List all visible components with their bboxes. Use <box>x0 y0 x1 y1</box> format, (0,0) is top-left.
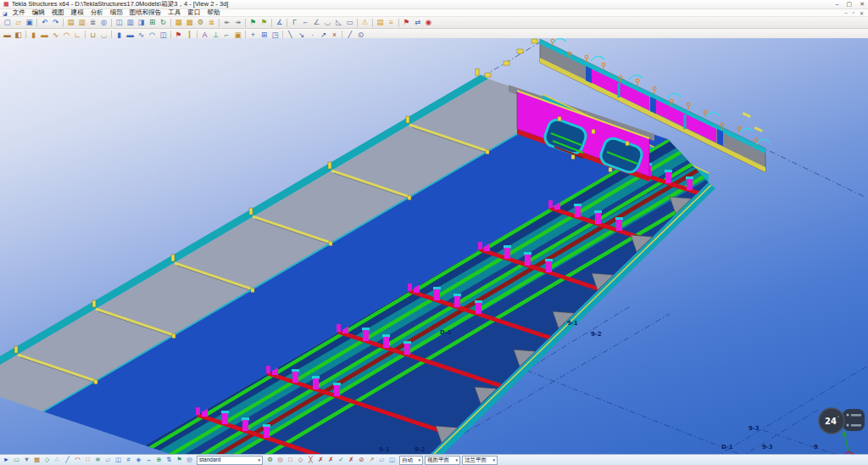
clash-check-icon[interactable]: ⚠ <box>359 18 370 27</box>
save-icon[interactable]: ▣ <box>24 18 35 27</box>
menu-help[interactable]: 帮助 <box>203 9 223 16</box>
paste-icon[interactable]: ▥ <box>76 18 87 27</box>
select-phases-icon[interactable]: ⚑ <box>175 456 184 464</box>
profile-catalog-icon[interactable]: ≣ <box>206 18 217 27</box>
select-pointer-icon[interactable]: ► <box>2 456 11 464</box>
snap-auto-combo[interactable]: 自动 <box>399 456 423 465</box>
snap-geometry-icon[interactable]: □ <box>286 456 295 464</box>
view-list-icon[interactable]: ▥ <box>125 18 136 27</box>
grid-label: 9-1 <box>379 446 390 453</box>
fit-work-area-icon[interactable]: ⊞ <box>147 18 158 27</box>
maximize-button[interactable]: ▢ <box>847 1 853 8</box>
select-filter-icon[interactable]: ▼ <box>22 456 31 464</box>
select-order-icon[interactable]: ⇅ <box>164 456 174 464</box>
mdi-close-button[interactable]: ✕ <box>860 10 864 16</box>
menu-drawings-reports[interactable]: 图纸和报告 <box>126 9 165 16</box>
snap-midpoint-icon[interactable]: ✗ <box>316 456 326 464</box>
select-points-icon[interactable]: ∴ <box>53 456 62 464</box>
component-catalog-icon[interactable]: ▦ <box>173 18 184 27</box>
view-properties-icon[interactable]: ◨ <box>136 18 147 27</box>
support-icon[interactable]: ◉ <box>423 18 434 27</box>
applications-icon[interactable]: ▩ <box>184 18 195 27</box>
undo-icon[interactable]: ↶ <box>39 18 50 27</box>
properties-icon[interactable]: ≣ <box>87 18 98 27</box>
snap-intersection-icon[interactable]: ✓ <box>337 456 346 464</box>
previous-view-icon[interactable]: ↞ <box>221 18 232 27</box>
selection-filter-value: standard <box>199 457 220 463</box>
toolbar-separator <box>111 19 112 27</box>
select-surfaces-icon[interactable]: ▱ <box>103 456 113 464</box>
menu-tools[interactable]: 工具 <box>164 9 184 16</box>
grid-label: 9-2 <box>415 446 426 453</box>
snap-free-icon[interactable]: ↗ <box>367 456 376 464</box>
menu-view[interactable]: 视图 <box>48 9 68 16</box>
create-curved-beam-icon[interactable]: ◡ <box>322 18 333 27</box>
menu-edit[interactable]: 编辑 <box>29 9 48 16</box>
menu-window[interactable]: 窗口 <box>184 9 203 16</box>
create-column-icon[interactable]: Γ <box>289 18 300 27</box>
select-all-icon[interactable]: ⊕ <box>154 456 164 464</box>
snap-switches: ⚙◎□◇╳✗✗✓✗⊘↗▱◫ <box>265 456 397 464</box>
menu-detailing[interactable]: 细部 <box>107 9 126 16</box>
lotting-icon[interactable]: ⚑ <box>259 18 270 27</box>
snap-nearest-icon[interactable]: ◇ <box>296 456 305 464</box>
select-rebar-icon[interactable]: ≋ <box>93 456 103 464</box>
temperature-widget[interactable]: 24 ° <box>819 408 865 434</box>
select-welds-icon[interactable]: ◠ <box>73 456 82 464</box>
mdi-restore-button[interactable]: ▫ <box>853 10 854 16</box>
filter-settings-icon[interactable]: ⚙ <box>265 456 275 464</box>
new-view-icon[interactable]: ◫ <box>114 18 125 27</box>
select-bolts-icon[interactable]: ∷ <box>83 456 92 464</box>
copy-icon[interactable]: ▤ <box>65 18 76 27</box>
workplane-icon[interactable]: ▱ <box>377 456 387 464</box>
screenshot-icon[interactable]: ⚑ <box>401 18 412 27</box>
select-components-icon[interactable]: ◇ <box>42 456 52 464</box>
select-grids-icon[interactable]: # <box>124 456 133 464</box>
drawing-list-icon[interactable]: ▤ <box>375 18 386 27</box>
minimize-button[interactable]: – <box>836 1 839 8</box>
new-model-icon[interactable]: ▢ <box>2 18 13 27</box>
inquire-icon[interactable]: ◎ <box>98 18 109 27</box>
reports-icon[interactable]: ≡ <box>386 18 397 27</box>
phase-manager-icon[interactable]: ⚑ <box>248 18 259 27</box>
macros-icon[interactable]: ⚙ <box>195 18 206 27</box>
view-plane-icon[interactable]: ◫ <box>387 456 397 464</box>
model-3d-view: D-19-19-29-19-2D-19-39-39 24 ° <box>0 38 868 455</box>
menu-modeling[interactable]: 建模 <box>68 9 87 16</box>
next-view-icon[interactable]: ↠ <box>232 18 243 27</box>
select-parts-icon[interactable]: ▦ <box>32 456 42 464</box>
select-distances-icon[interactable]: ↔ <box>144 456 153 464</box>
zoom-selected-icon[interactable]: ◎ <box>185 456 194 464</box>
create-slab-icon[interactable]: ▭ <box>344 18 355 27</box>
snap-extension-icon[interactable]: ⊘ <box>357 456 366 464</box>
menu-analysis[interactable]: 分析 <box>87 9 107 16</box>
select-views-icon[interactable]: ◫ <box>114 456 123 464</box>
mdi-minimize-button[interactable]: – <box>844 10 847 16</box>
selection-filter-combo[interactable]: standard <box>197 456 263 465</box>
select-area-icon[interactable]: ▭ <box>12 456 21 464</box>
grid-label: 9-3 <box>748 425 760 432</box>
publish-icon[interactable]: ⇄ <box>412 18 423 27</box>
ucs-axes-icon <box>838 430 864 455</box>
snap-any-icon[interactable]: ╳ <box>306 456 315 464</box>
redraw-view-icon[interactable]: ↻ <box>158 18 169 27</box>
close-button[interactable]: ✕ <box>860 1 865 8</box>
select-planes-icon[interactable]: ◈ <box>134 456 143 464</box>
grid-label: 9 <box>814 444 818 451</box>
menu-file[interactable]: 文件 <box>9 9 29 16</box>
open-model-icon[interactable]: ▱ <box>13 18 24 27</box>
create-plate-icon[interactable]: ◺ <box>333 18 344 27</box>
measure-icon[interactable]: ∡ <box>274 18 285 27</box>
snap-plane-combo[interactable]: 视图平面 <box>425 456 460 465</box>
create-beam-icon[interactable]: ⌐ <box>300 18 311 27</box>
snap-depth-combo[interactable]: 法兰平面 <box>462 456 498 465</box>
create-polybeam-icon[interactable]: ∠ <box>311 18 322 27</box>
snap-ref-points-icon[interactable]: ◎ <box>275 456 285 464</box>
select-lines-icon[interactable]: ╱ <box>63 456 72 464</box>
model-viewport[interactable]: D-19-19-29-19-2D-19-39-39 24 ° <box>0 38 868 455</box>
window-title: Tekla Structures x64 - D:\TeklaStructure… <box>12 0 229 8</box>
snap-perpendicular-icon[interactable]: ✗ <box>347 456 356 464</box>
toolbar-standard: ▢▱▣↶↷▤▥≣◎◫▥◨⊞↻▦▩⚙≣↞↠⚑⚑∡Γ⌐∠◡◺▭⚠▤≡⚑⇄◉ <box>0 17 868 29</box>
snap-end-icon[interactable]: ✗ <box>326 456 336 464</box>
redo-icon[interactable]: ↷ <box>50 18 61 27</box>
